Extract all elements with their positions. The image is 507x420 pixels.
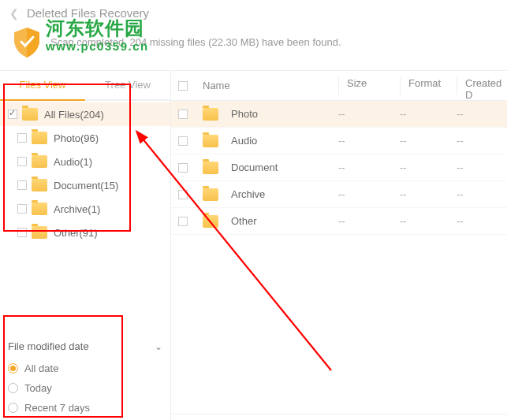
col-format[interactable]: Format xyxy=(400,77,457,95)
tree-item-photo[interactable]: Photo(96) xyxy=(0,126,170,150)
col-name[interactable]: Name xyxy=(199,80,338,91)
radio-today[interactable]: Today xyxy=(8,378,162,398)
radio-icon xyxy=(8,363,18,374)
radio-label: Today xyxy=(24,382,52,394)
cell-created: -- xyxy=(457,215,507,227)
radio-recent-7-days[interactable]: Recent 7 days xyxy=(8,398,162,418)
filter-title: File modified date xyxy=(8,340,89,352)
row-checkbox[interactable] xyxy=(178,163,188,173)
tree-label: Photo(96) xyxy=(54,132,99,144)
tree-label: All Files(204) xyxy=(44,109,104,121)
shield-icon xyxy=(9,24,44,59)
row-checkbox[interactable] xyxy=(178,217,188,226)
radio-label: Recent 7 days xyxy=(24,402,90,414)
tree-item-archive[interactable]: Archive(1) xyxy=(0,197,170,221)
checkbox-icon[interactable] xyxy=(17,228,27,237)
checkbox-icon[interactable] xyxy=(17,133,27,143)
cell-size: -- xyxy=(338,215,400,227)
cell-created: -- xyxy=(457,188,507,200)
cell-format: -- xyxy=(400,215,457,227)
table-row[interactable]: Archive -- -- -- xyxy=(171,181,507,208)
row-checkbox[interactable] xyxy=(178,136,188,146)
cell-size: -- xyxy=(338,162,400,173)
page-title: Deleted Files Recovery xyxy=(27,6,149,20)
folder-icon xyxy=(32,155,47,168)
cell-created: -- xyxy=(457,162,507,173)
cell-format: -- xyxy=(400,108,457,120)
table-row[interactable]: Document -- -- -- xyxy=(171,154,507,181)
tree-item-audio[interactable]: Audio(1) xyxy=(0,150,170,173)
file-tree: All Files(204) Photo(96) Audio(1) Docume… xyxy=(0,101,170,246)
checkbox-icon[interactable] xyxy=(8,110,17,119)
radio-icon xyxy=(8,403,18,413)
folder-icon xyxy=(32,203,47,215)
tree-item-other[interactable]: Other(91) xyxy=(0,221,170,244)
checkbox-icon[interactable] xyxy=(17,157,27,166)
folder-icon xyxy=(203,135,218,147)
checkbox-icon[interactable] xyxy=(17,180,27,190)
cell-name: Document xyxy=(231,162,278,173)
cell-size: -- xyxy=(338,135,400,147)
cell-created: -- xyxy=(457,135,507,147)
table-row[interactable]: Photo -- -- -- xyxy=(171,101,507,128)
cell-format: -- xyxy=(400,188,457,200)
row-checkbox[interactable] xyxy=(178,190,188,199)
back-icon[interactable]: ❮ xyxy=(9,7,19,20)
tree-item-all-files[interactable]: All Files(204) xyxy=(0,102,170,126)
cell-name: Audio xyxy=(231,135,257,147)
folder-icon xyxy=(203,162,218,174)
tab-files-view[interactable]: Files View xyxy=(0,71,85,101)
cell-size: -- xyxy=(338,188,400,200)
tree-label: Audio(1) xyxy=(54,156,92,168)
cell-name: Archive xyxy=(231,188,265,200)
cell-format: -- xyxy=(400,135,457,147)
radio-all-date[interactable]: All date xyxy=(8,359,162,378)
table-row[interactable]: Other -- -- -- xyxy=(171,208,507,235)
folder-icon xyxy=(32,132,47,144)
folder-icon xyxy=(203,108,218,121)
folder-icon xyxy=(203,215,218,228)
folder-icon xyxy=(203,188,218,201)
cell-name: Photo xyxy=(231,108,258,120)
table-row[interactable]: Audio -- -- -- xyxy=(171,128,507,154)
cell-size: -- xyxy=(338,108,400,120)
cell-name: Other xyxy=(231,215,257,227)
cell-created: -- xyxy=(457,108,507,120)
folder-icon xyxy=(32,179,47,191)
col-created[interactable]: Created D xyxy=(457,77,507,95)
tab-tree-view[interactable]: Tree View xyxy=(85,71,170,99)
chevron-down-icon: ⌄ xyxy=(155,341,162,352)
radio-label: All date xyxy=(24,362,58,374)
table-header: Name Size Format Created D xyxy=(171,71,507,101)
folder-icon xyxy=(22,108,38,121)
tree-label: Document(15) xyxy=(54,180,118,191)
select-all-checkbox[interactable] xyxy=(178,81,188,91)
tree-label: Other(91) xyxy=(54,227,98,239)
col-size[interactable]: Size xyxy=(338,77,400,95)
row-checkbox[interactable] xyxy=(178,110,188,119)
filter-header[interactable]: File modified date ⌄ xyxy=(8,337,162,359)
tree-item-document[interactable]: Document(15) xyxy=(0,173,170,197)
cell-format: -- xyxy=(400,162,457,173)
tree-label: Archive(1) xyxy=(54,203,100,215)
checkbox-icon[interactable] xyxy=(17,204,27,214)
folder-icon xyxy=(32,226,47,239)
radio-icon xyxy=(8,383,18,393)
scan-status-text: Scan completed. 204 missing files (22.30… xyxy=(50,36,341,48)
